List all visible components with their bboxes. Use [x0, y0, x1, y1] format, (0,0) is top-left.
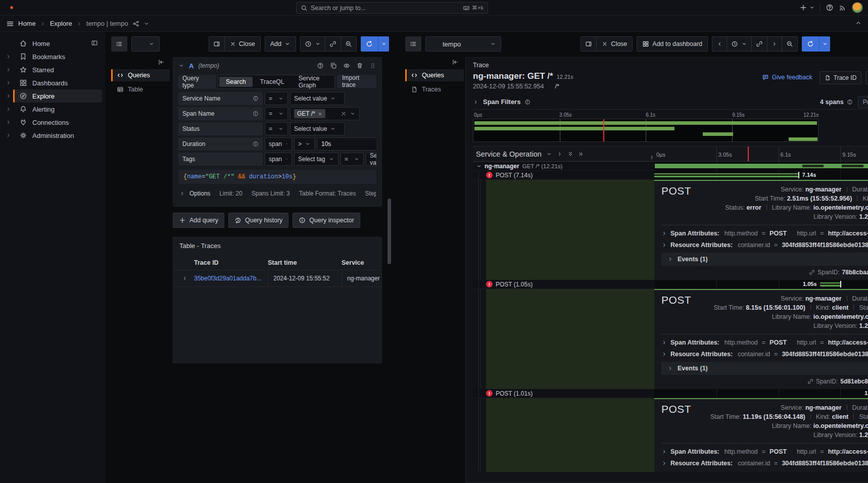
help-button[interactable]	[826, 4, 834, 12]
run-query-button[interactable]	[802, 36, 819, 52]
move-pane-button[interactable]	[209, 36, 225, 52]
hide-query-icon[interactable]	[343, 62, 350, 69]
chevron-down-icon[interactable]	[476, 163, 482, 169]
tags-operator-select[interactable]: =	[341, 153, 364, 166]
time-range-button[interactable]	[300, 36, 325, 52]
resource-attributes-row[interactable]: Resource Attributes: container.id=304fd8…	[661, 348, 868, 360]
row-expander[interactable]	[174, 270, 194, 286]
menu-toggle-icon[interactable]	[6, 20, 14, 28]
collapse-one-icon[interactable]	[546, 151, 552, 157]
info-icon[interactable]	[253, 141, 259, 147]
add-button[interactable]: Add	[265, 36, 296, 52]
trace-id-link[interactable]: 35be0f3d29a01adda7b...	[194, 275, 261, 282]
chevron-down-icon[interactable]	[143, 21, 150, 27]
link-button[interactable]	[752, 36, 767, 52]
service-name-value-select[interactable]: Select value	[290, 92, 345, 105]
breadcrumb-home[interactable]: Home	[18, 20, 36, 27]
query-history-button[interactable]: Query history	[228, 213, 288, 228]
status-operator-select[interactable]: =	[265, 122, 288, 135]
duration-value-input[interactable]: 10s	[317, 137, 376, 151]
search-input[interactable]: Search or jump to... ⌘+k	[296, 2, 488, 14]
query-inspector-button[interactable]: Query inspector	[293, 213, 360, 228]
options-toggle[interactable]: Options	[179, 190, 210, 197]
sidebar-item-home[interactable]: Home	[0, 37, 105, 50]
tab-traceql[interactable]: TraceQL	[254, 77, 291, 87]
span-row-post-3[interactable]: ! POST (1.01s) 1.01s	[473, 389, 868, 398]
table-row[interactable]: 35be0f3d29a01adda7b... 2024-12-09 15:55:…	[174, 270, 381, 287]
info-icon[interactable]	[253, 95, 259, 102]
remove-chip-icon[interactable]	[318, 112, 322, 116]
expand-one-icon[interactable]	[557, 151, 563, 157]
sidebar-item-administration[interactable]: Administration	[0, 129, 105, 142]
import-trace-button[interactable]: Import trace	[337, 75, 376, 88]
query-rows-button[interactable]	[111, 36, 127, 52]
status-value-select[interactable]: Select value	[290, 122, 345, 135]
link-icon[interactable]	[809, 269, 815, 275]
refresh-interval-button[interactable]	[819, 36, 830, 52]
col-trace-id[interactable]: Trace ID	[194, 259, 268, 266]
run-query-button[interactable]	[361, 36, 378, 52]
pane-splitter[interactable]	[395, 32, 399, 483]
add-menu-button[interactable]	[799, 4, 815, 12]
query-row-header[interactable]: A (tempo)	[173, 58, 381, 74]
info-icon[interactable]	[253, 111, 259, 117]
clear-icon[interactable]	[341, 111, 347, 117]
col-service[interactable]: Service	[342, 259, 381, 266]
expand-all-icon[interactable]	[578, 151, 584, 157]
trace-id-button[interactable]: Trace ID	[819, 71, 862, 84]
sidebar-item-queries[interactable]: Queries	[405, 69, 464, 81]
export-button[interactable]: Export	[865, 71, 868, 84]
collapse-sidebar-button[interactable]	[111, 57, 170, 67]
collapse-sidebar-button[interactable]	[405, 57, 464, 67]
zoom-out-button[interactable]	[341, 36, 357, 52]
events-row[interactable]: Events (1)	[661, 362, 868, 375]
span-bar[interactable]	[654, 173, 799, 177]
tab-search[interactable]: Search	[219, 77, 253, 87]
duplicate-query-icon[interactable]	[330, 62, 337, 69]
sidebar-item-connections[interactable]: Connections	[0, 116, 105, 129]
sidebar-item-explore[interactable]: Explore	[0, 89, 105, 103]
close-pane-button[interactable]: Close	[597, 36, 633, 52]
span-name-operator-select[interactable]: =	[265, 107, 288, 120]
share-icon[interactable]	[132, 20, 139, 27]
span-row-post-1[interactable]: ! POST (7.14s) 7.14s	[473, 171, 868, 180]
tags-key-select[interactable]: Select tag	[294, 153, 339, 166]
duration-scope-select[interactable]: span	[265, 137, 292, 151]
span-name-value-select[interactable]: GET /*	[290, 107, 360, 120]
refresh-interval-button[interactable]	[378, 36, 389, 52]
collapse-toolbar-icon[interactable]	[855, 19, 862, 26]
add-to-dashboard-button[interactable]: Add to dashboard	[637, 36, 708, 52]
tags-scope-select[interactable]: span	[265, 153, 292, 166]
link-button[interactable]	[325, 36, 341, 52]
collapse-all-icon[interactable]	[567, 151, 573, 157]
col-start-time[interactable]: Start time	[268, 259, 342, 266]
root-span-bar[interactable]	[655, 164, 868, 168]
minimap-canvas[interactable]	[473, 119, 818, 142]
avatar[interactable]	[852, 2, 863, 13]
tab-service-graph[interactable]: Service Graph	[292, 75, 333, 89]
left-pane-scrollbar[interactable]	[388, 199, 391, 264]
span-bar[interactable]	[820, 282, 841, 286]
span-attributes-row[interactable]: Span Attributes: http.method=POST http.u…	[661, 336, 868, 348]
events-row[interactable]: Events (1)	[661, 253, 868, 266]
sidebar-item-dashboards[interactable]: Dashboards	[0, 76, 105, 89]
sidebar-item-table[interactable]: Table	[111, 83, 170, 95]
datasource-picker[interactable]	[131, 36, 160, 52]
news-button[interactable]	[839, 4, 847, 12]
tags-value-select[interactable]: Select va	[366, 153, 376, 166]
sidebar-item-alerting[interactable]: Alerting	[0, 103, 105, 116]
link-icon[interactable]	[807, 378, 813, 384]
service-name-operator-select[interactable]: =	[265, 92, 288, 105]
query-rows-button[interactable]	[405, 36, 421, 52]
breadcrumb-explore[interactable]: Explore	[50, 20, 72, 27]
add-query-button[interactable]: Add query	[173, 213, 224, 228]
span-name-chip[interactable]: GET /*	[294, 109, 325, 118]
resource-attributes-row[interactable]: Resource Attributes: container.id=304fd8…	[661, 457, 868, 469]
info-icon[interactable]	[847, 99, 853, 105]
sidebar-item-bookmarks[interactable]: Bookmarks	[0, 50, 105, 63]
zoom-out-button[interactable]	[782, 36, 798, 52]
selected-span-highlight[interactable]	[486, 180, 654, 280]
datasource-picker[interactable]: tempo	[425, 36, 501, 52]
span-attributes-row[interactable]: Span Attributes: http.method=POST http.u…	[661, 446, 868, 457]
duration-operator-select[interactable]: >	[294, 137, 315, 151]
